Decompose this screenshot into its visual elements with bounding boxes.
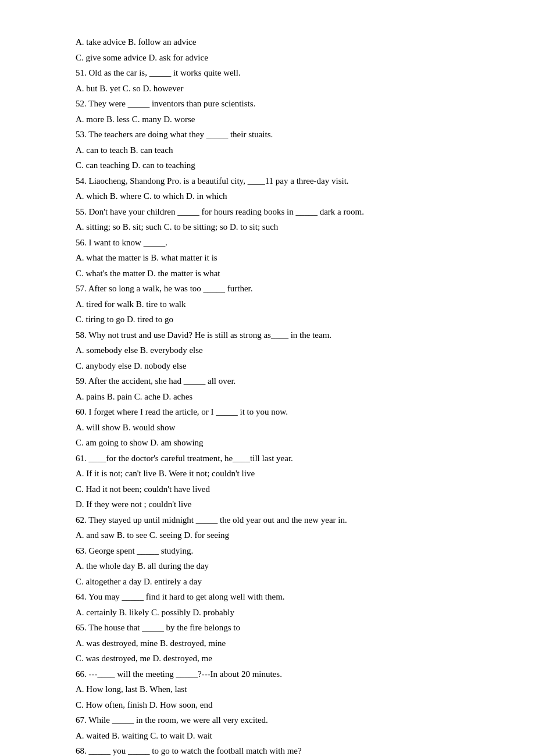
- text-line: 58. Why not trust and use David? He is s…: [76, 328, 459, 343]
- text-line: A. pains B. pain C. ache D. aches: [76, 390, 459, 405]
- text-line: 66. ---____ will the meeting _____?---In…: [76, 667, 459, 682]
- text-line: 61. ____for the doctor's careful treatme…: [76, 451, 459, 466]
- text-line: 55. Don't have your children _____ for h…: [76, 205, 459, 220]
- text-line: 56. I want to know _____.: [76, 236, 459, 251]
- text-line: 68. _____ you _____ to go to watch the f…: [76, 744, 459, 756]
- text-line: 53. The teachers are doing what they ___…: [76, 127, 459, 142]
- text-line: 51. Old as the car is, _____ it works qu…: [76, 66, 459, 81]
- text-line: A. take advice B. follow an advice: [76, 35, 459, 50]
- text-line: 64. You may _____ find it hard to get al…: [76, 590, 459, 605]
- text-line: 65. The house that _____ by the fire bel…: [76, 621, 459, 636]
- text-line: C. How often, finish D. How soon, end: [76, 698, 459, 713]
- text-line: 67. While _____ in the room, we were all…: [76, 713, 459, 728]
- text-line: A. what the matter is B. what matter it …: [76, 251, 459, 266]
- text-line: C. what's the matter D. the matter is wh…: [76, 266, 459, 281]
- text-line: D. If they were not ; couldn't live: [76, 497, 459, 512]
- main-content: A. take advice B. follow an adviceC. giv…: [76, 35, 459, 756]
- text-line: A. and saw B. to see C. seeing D. for se…: [76, 528, 459, 543]
- text-line: C. anybody else D. nobody else: [76, 359, 459, 374]
- text-line: A. certainly B. likely C. possibly D. pr…: [76, 605, 459, 621]
- text-line: C. am going to show D. am showing: [76, 436, 459, 451]
- text-line: 52. They were _____ inventors than pure …: [76, 97, 459, 112]
- text-line: A. will show B. would show: [76, 420, 459, 436]
- text-line: 63. George spent _____ studying.: [76, 544, 459, 559]
- text-line: C. altogether a day D. entirely a day: [76, 575, 459, 590]
- text-line: C. can teaching D. can to teaching: [76, 158, 459, 173]
- text-line: A. If it is not; can't live B. Were it n…: [76, 466, 459, 482]
- text-line: A. tired for walk B. tire to walk: [76, 297, 459, 312]
- text-line: 59. After the accident, she had _____ al…: [76, 374, 459, 389]
- text-line: 60. I forget where I read the article, o…: [76, 405, 459, 420]
- text-line: A. which B. where C. to which D. in whic…: [76, 189, 459, 204]
- text-line: C. tiring to go D. tired to go: [76, 312, 459, 327]
- text-line: A. sitting; so B. sit; such C. to be sit…: [76, 220, 459, 235]
- text-line: A. but B. yet C. so D. however: [76, 81, 459, 97]
- text-line: A. more B. less C. many D. worse: [76, 112, 459, 127]
- text-line: A. somebody else B. everybody else: [76, 343, 459, 358]
- text-line: A. the whole day B. all during the day: [76, 559, 459, 574]
- text-line: 54. Liaocheng, Shandong Pro. is a beauti…: [76, 174, 459, 189]
- text-line: 57. After so long a walk, he was too ___…: [76, 281, 459, 297]
- text-line: A. was destroyed, mine B. destroyed, min…: [76, 636, 459, 651]
- text-line: A. waited B. waiting C. to wait D. wait: [76, 729, 459, 744]
- text-line: C. Had it not been; couldn't have lived: [76, 482, 459, 497]
- text-line: C. was destroyed, me D. destroyed, me: [76, 651, 459, 666]
- text-line: 62. They stayed up until midnight _____ …: [76, 513, 459, 528]
- text-line: A. can to teach B. can teach: [76, 143, 459, 158]
- text-line: A. How long, last B. When, last: [76, 682, 459, 697]
- text-line: C. give some advice D. ask for advice: [76, 51, 459, 66]
